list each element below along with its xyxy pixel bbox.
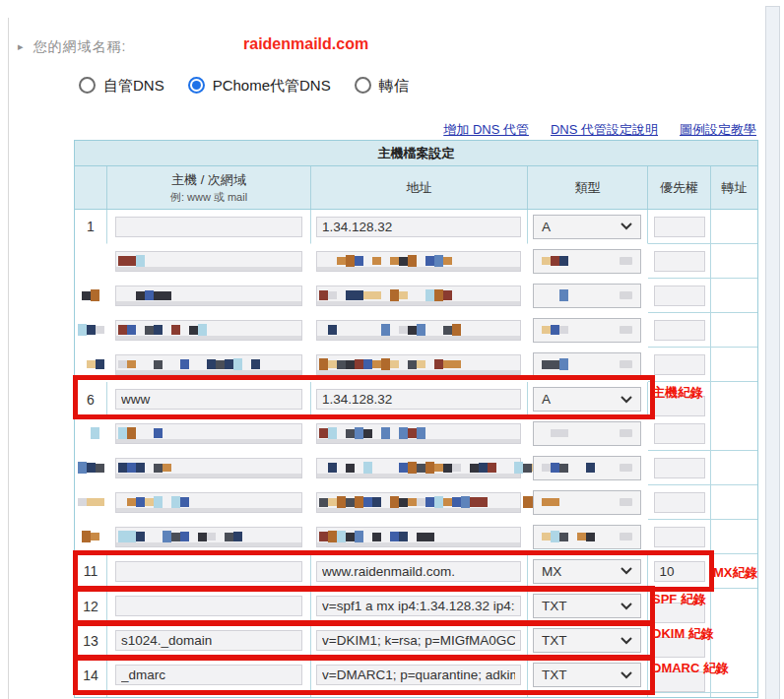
address-input-redacted[interactable]: [316, 354, 521, 375]
dns-mode-option[interactable]: PChome代管DNS: [188, 77, 331, 95]
link-add-dns[interactable]: 增加 DNS 代管: [443, 122, 529, 137]
type-select[interactable]: [533, 284, 641, 308]
redaction-pixel: [372, 464, 381, 473]
address-input[interactable]: [316, 630, 521, 651]
type-select-value: TXT: [542, 667, 567, 682]
redaction-pixel: [568, 533, 577, 541]
address-input[interactable]: [316, 217, 521, 237]
redaction-pixel: [163, 464, 171, 472]
priority-input[interactable]: [654, 527, 705, 547]
priority-input[interactable]: [654, 458, 705, 478]
host-input-redacted[interactable]: [115, 251, 302, 272]
redaction-pixel: [319, 358, 328, 370]
dns-mode-option[interactable]: 轉信: [355, 77, 409, 95]
type-select[interactable]: A: [533, 387, 641, 412]
radio-button-unchecked[interactable]: [355, 77, 371, 94]
row-number-cell: 6: [75, 382, 107, 417]
address-input-redacted[interactable]: [316, 492, 521, 513]
redaction-pixel: [551, 498, 559, 506]
priority-input[interactable]: [654, 354, 705, 375]
type-cell: [528, 348, 648, 382]
type-select[interactable]: [533, 352, 641, 377]
host-input[interactable]: [115, 389, 302, 410]
redaction-pixel: [82, 429, 91, 438]
host-input[interactable]: [115, 217, 302, 237]
redaction-pixel: [136, 497, 145, 507]
priority-input[interactable]: [654, 561, 705, 582]
host-input-redacted[interactable]: [115, 320, 302, 341]
address-input-redacted[interactable]: [316, 423, 521, 444]
priority-input[interactable]: [654, 492, 705, 513]
redaction-pixel: [319, 464, 328, 473]
address-input[interactable]: [316, 389, 521, 410]
address-input-redacted[interactable]: [316, 251, 521, 272]
priority-input[interactable]: [654, 251, 705, 272]
address-input-redacted[interactable]: [316, 527, 521, 547]
dns-record-row: [75, 485, 757, 520]
type-select[interactable]: MX: [533, 559, 641, 584]
link-example-tutorial[interactable]: 圖例設定教學: [680, 122, 756, 137]
dns-record-row: [75, 416, 757, 451]
type-select[interactable]: TXT: [533, 628, 641, 653]
redaction-pixel: [425, 326, 434, 335]
chevron-down-icon: [621, 396, 632, 404]
redaction-pixel: [461, 464, 470, 473]
type-select[interactable]: [533, 456, 641, 480]
forward-cell: [711, 279, 757, 313]
right-page-strip: [765, 6, 780, 699]
dns-records-table: 主機檔案設定 主機 / 次網域 例: www 或 mail 地址 類型 優先權 …: [74, 140, 758, 698]
redaction-pixel: [452, 324, 461, 336]
type-select[interactable]: TXT: [533, 663, 641, 687]
host-input[interactable]: [115, 665, 302, 685]
host-input-redacted[interactable]: [115, 423, 302, 444]
type-select[interactable]: [533, 525, 641, 549]
address-input-redacted[interactable]: [316, 286, 521, 306]
redacted-content: [319, 528, 434, 546]
priority-input[interactable]: [654, 320, 705, 341]
address-input-redacted[interactable]: [316, 320, 521, 341]
redaction-pixel: [470, 464, 479, 473]
address-input[interactable]: [316, 596, 521, 616]
redacted-content: [118, 321, 225, 340]
address-input[interactable]: [316, 561, 521, 582]
host-input[interactable]: [115, 596, 302, 616]
type-select[interactable]: [533, 421, 641, 446]
domain-label: 您的網域名稱:: [33, 38, 127, 54]
type-select[interactable]: [533, 249, 641, 274]
priority-input[interactable]: [654, 423, 705, 444]
redaction-pixel: [328, 360, 337, 368]
priority-input[interactable]: [654, 217, 705, 237]
type-select[interactable]: A: [533, 215, 641, 239]
host-input-redacted[interactable]: [115, 527, 302, 547]
col-header-forward: 轉址: [711, 166, 757, 209]
host-input-redacted[interactable]: [115, 354, 302, 375]
redaction-pixel: [586, 498, 595, 507]
redaction-pixel: [127, 427, 136, 439]
radio-button-checked[interactable]: [188, 77, 205, 94]
address-input-redacted[interactable]: [316, 458, 521, 478]
redaction-pixel: [514, 498, 523, 507]
redaction-pixel: [568, 498, 577, 507]
address-cell: [311, 348, 528, 382]
row-number: 12: [83, 599, 98, 614]
radio-button-unchecked[interactable]: [79, 77, 96, 94]
host-input-redacted[interactable]: [115, 286, 302, 306]
link-dns-help[interactable]: DNS 代管設定說明: [551, 122, 658, 137]
type-select[interactable]: [533, 490, 641, 515]
type-cell: [528, 485, 648, 520]
host-input[interactable]: [115, 630, 302, 651]
type-select[interactable]: TXT: [533, 594, 641, 618]
host-input-redacted[interactable]: [115, 492, 302, 513]
redaction-pixel: [346, 429, 355, 438]
row-number-cell: [75, 279, 107, 313]
host-input[interactable]: [115, 561, 302, 582]
dns-mode-option[interactable]: 自管DNS: [79, 77, 164, 95]
chevron-down-icon: [621, 222, 632, 230]
redaction-pixel: [381, 498, 390, 507]
dns-record-row: [75, 244, 757, 279]
priority-input[interactable]: [654, 286, 705, 306]
host-input-redacted[interactable]: [115, 458, 302, 478]
type-select[interactable]: [533, 318, 641, 343]
address-input[interactable]: [316, 665, 521, 685]
redaction-pixel: [163, 498, 171, 507]
